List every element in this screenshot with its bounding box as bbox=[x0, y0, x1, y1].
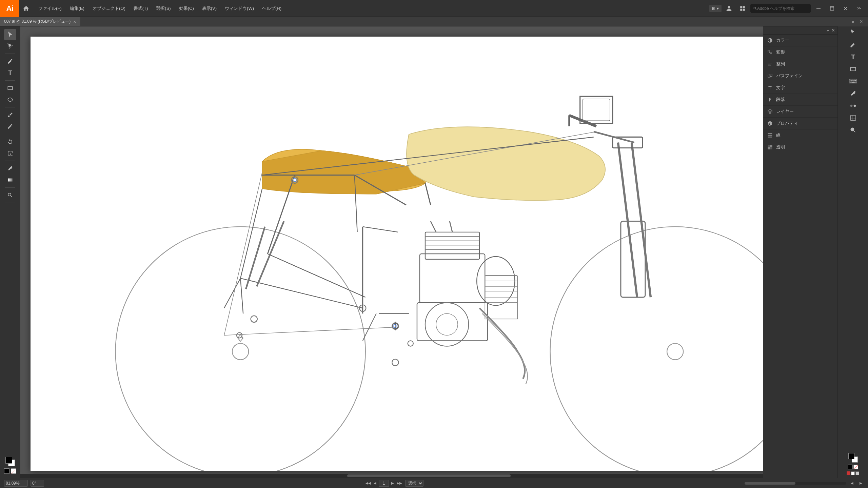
canvas-surface[interactable] bbox=[20, 26, 837, 478]
minimize-icon bbox=[815, 5, 822, 12]
gradient-tool-button[interactable] bbox=[4, 175, 16, 185]
panel-header: » × bbox=[763, 26, 837, 35]
right-none-swatch[interactable] bbox=[853, 465, 858, 469]
svg-point-4 bbox=[232, 343, 249, 360]
right-swatch-area[interactable] bbox=[848, 453, 858, 463]
panel-item-layers[interactable]: レイヤー bbox=[763, 106, 837, 118]
color-chip-red[interactable] bbox=[847, 471, 850, 475]
none-swatch[interactable] bbox=[11, 468, 16, 474]
color-chip-white[interactable] bbox=[851, 471, 855, 475]
selection-tool-button[interactable] bbox=[4, 29, 16, 40]
right-swatch-row bbox=[848, 465, 858, 469]
fill-stroke-swatches[interactable] bbox=[5, 457, 15, 466]
paintbrush-tool-button[interactable] bbox=[4, 109, 16, 120]
tool-info-select[interactable]: 選択 bbox=[405, 480, 423, 487]
panel-item-align[interactable]: 整列 bbox=[763, 58, 837, 70]
menu-select[interactable]: 選択(S) bbox=[152, 0, 175, 17]
document-tab[interactable]: 007 ai @ 81.09 % (RGB/プレビュー) × bbox=[0, 17, 80, 26]
menu-help[interactable]: ヘルプ(H) bbox=[258, 0, 285, 17]
collapse-right-panel-button[interactable]: » bbox=[849, 18, 857, 26]
svg-line-26 bbox=[363, 227, 398, 232]
first-page-button[interactable]: ◀◀ bbox=[365, 480, 371, 486]
right-pen-tool[interactable] bbox=[838, 39, 868, 51]
scale-tool-button[interactable] bbox=[4, 148, 16, 159]
status-nav-right[interactable]: ▶ bbox=[858, 480, 864, 486]
zoom-tool-button[interactable] bbox=[4, 190, 16, 201]
menu-window[interactable]: ウィンドウ(W) bbox=[221, 0, 258, 17]
right-mesh-tool[interactable] bbox=[838, 112, 868, 124]
svg-point-78 bbox=[854, 105, 856, 107]
page-number-input[interactable] bbox=[379, 480, 389, 487]
rotation-input[interactable] bbox=[31, 480, 44, 487]
panel-item-stroke[interactable]: 線 bbox=[763, 129, 837, 141]
select-group-tool[interactable] bbox=[838, 26, 868, 39]
panel-item-transform[interactable]: 変形 bbox=[763, 46, 837, 58]
menu-view[interactable]: 表示(V) bbox=[198, 0, 221, 17]
right-shaper-tool[interactable]: ⌨ bbox=[838, 75, 868, 87]
right-fill-swatch[interactable] bbox=[848, 453, 854, 459]
stroke-panel-icon bbox=[767, 133, 773, 138]
user-profile-button[interactable] bbox=[723, 2, 735, 15]
close-window-button[interactable] bbox=[840, 2, 852, 15]
ellipse-tool-button[interactable] bbox=[4, 94, 16, 105]
tab-label: 007 ai @ 81.09 % (RGB/プレビュー) bbox=[4, 19, 71, 24]
right-type-tool[interactable]: T bbox=[838, 51, 868, 63]
menu-type[interactable]: 書式(T) bbox=[130, 0, 152, 17]
right-zoom-search-tool[interactable] bbox=[838, 124, 868, 136]
properties-icon bbox=[767, 121, 773, 126]
minimize-button[interactable] bbox=[812, 2, 825, 15]
pencil-tool-button[interactable] bbox=[4, 121, 16, 132]
right-shape-tool[interactable] bbox=[838, 63, 868, 75]
topbar-right: ⊞ ▾ ≫ bbox=[709, 0, 868, 17]
panel-item-pathfinder[interactable]: パスファイン bbox=[763, 70, 837, 82]
direct-selection-tool-button[interactable] bbox=[4, 41, 16, 52]
menu-file[interactable]: ファイル(F) bbox=[34, 0, 66, 17]
next-page-button[interactable]: ▶ bbox=[390, 480, 396, 486]
tab-close-button[interactable]: × bbox=[73, 19, 76, 24]
menu-object[interactable]: オブジェクト(O) bbox=[88, 0, 130, 17]
panel-item-color[interactable]: カラー bbox=[763, 35, 837, 46]
search-box[interactable] bbox=[750, 4, 811, 13]
panel-item-properties[interactable]: プロパティ bbox=[763, 118, 837, 129]
menu-edit[interactable]: 編集(E) bbox=[66, 0, 88, 17]
rectangle-tool-button[interactable] bbox=[4, 83, 16, 94]
svg-point-6 bbox=[667, 343, 683, 360]
collapse-panel-button[interactable]: ≫ bbox=[853, 2, 865, 15]
right-color-swatch[interactable] bbox=[848, 465, 853, 469]
search-input[interactable] bbox=[757, 6, 805, 11]
app-logo: Ai bbox=[0, 0, 19, 17]
horizontal-scrollbar[interactable] bbox=[20, 474, 837, 478]
panel-type-label: 文字 bbox=[776, 85, 785, 91]
fill-swatch[interactable] bbox=[5, 457, 12, 464]
close-panel-button[interactable]: × bbox=[857, 18, 865, 26]
maximize-button[interactable] bbox=[826, 2, 838, 15]
menu-effect[interactable]: 効果(C) bbox=[175, 0, 198, 17]
collapse-panels-button[interactable]: » bbox=[827, 28, 829, 33]
zoom-input[interactable] bbox=[4, 480, 28, 487]
svg-rect-2 bbox=[8, 179, 13, 182]
type-tool-button[interactable]: T bbox=[4, 67, 16, 78]
right-blend-tool[interactable] bbox=[838, 100, 868, 112]
color-chip-gray[interactable] bbox=[855, 471, 859, 475]
rectangle-icon bbox=[7, 85, 13, 91]
last-page-button[interactable]: ▶▶ bbox=[396, 480, 402, 486]
status-nav-left[interactable]: ◀ bbox=[849, 480, 855, 486]
pen-tool-button[interactable] bbox=[4, 56, 16, 67]
prev-page-button[interactable]: ◀ bbox=[372, 480, 378, 486]
arrow-icon bbox=[7, 32, 13, 38]
home-button[interactable] bbox=[19, 0, 33, 17]
close-panels-button[interactable]: × bbox=[832, 27, 835, 34]
rotate-tool-button[interactable] bbox=[4, 136, 16, 147]
color-mode-button[interactable] bbox=[4, 468, 9, 474]
eyedropper-tool-button[interactable] bbox=[4, 163, 16, 174]
arrange-button[interactable]: ⊞ ▾ bbox=[709, 5, 722, 12]
panel-layout-button[interactable] bbox=[736, 2, 749, 15]
panel-item-transparency[interactable]: 透明 bbox=[763, 141, 837, 153]
type-panel-icon bbox=[767, 85, 773, 90]
svg-line-14 bbox=[224, 278, 240, 308]
panel-item-type[interactable]: 文字 bbox=[763, 82, 837, 94]
right-eyedropper-tool[interactable] bbox=[838, 87, 868, 100]
svg-line-56 bbox=[363, 313, 376, 341]
panel-item-paragraph[interactable]: 段落 bbox=[763, 94, 837, 106]
horizontal-scrollbar-thumb[interactable] bbox=[347, 474, 511, 477]
